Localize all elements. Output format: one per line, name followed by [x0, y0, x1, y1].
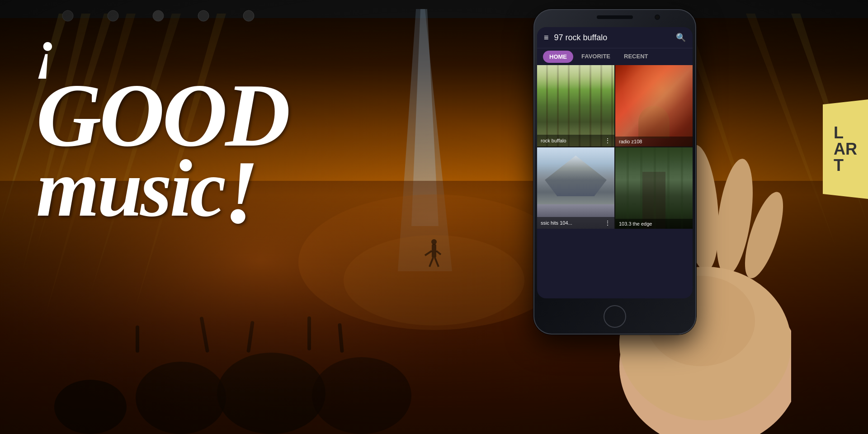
more-icon-3[interactable]: ⋮ [604, 219, 611, 226]
phone-screen: ≡ 97 rock buffalo 🔍 HOME FAVORITE RECENT [537, 27, 693, 298]
station-name-3: ssic hits 104... [541, 220, 572, 226]
search-icon[interactable]: 🔍 [676, 33, 686, 42]
more-icon-1[interactable]: ⋮ [604, 137, 611, 144]
tagline-exclamation-end: ! [224, 142, 257, 242]
station-name-1: rock buffalo [541, 138, 566, 143]
app-grid: rock buffalo ⋮ radio z108 [537, 65, 693, 229]
svg-point-32 [431, 239, 437, 245]
svg-point-22 [54, 380, 127, 434]
svg-rect-31 [432, 244, 436, 258]
grid-label-4: 103.3 the edge [615, 219, 693, 229]
svg-point-14 [298, 194, 570, 330]
svg-rect-26 [136, 326, 139, 353]
grid-item-103-edge[interactable]: 103.3 the edge [615, 147, 693, 229]
svg-rect-27 [199, 316, 209, 353]
svg-point-15 [344, 235, 524, 326]
svg-point-18 [108, 10, 118, 21]
svg-marker-12 [398, 9, 452, 271]
svg-line-36 [435, 258, 439, 267]
station-name-4: 103.3 the edge [619, 221, 652, 226]
phone-camera [655, 14, 660, 20]
svg-point-21 [243, 10, 254, 21]
svg-rect-30 [338, 323, 344, 353]
svg-marker-13 [411, 9, 439, 226]
svg-line-33 [425, 251, 432, 255]
app-title: 97 rock buffalo [554, 33, 670, 42]
tab-favorite[interactable]: FAVORITE [575, 48, 617, 65]
svg-point-19 [153, 10, 164, 21]
svg-line-35 [429, 258, 433, 267]
grid-label-2: radio z108 [615, 137, 693, 146]
grid-item-rock-buffalo[interactable]: rock buffalo ⋮ [537, 65, 614, 146]
phone-mockup: ≡ 97 rock buffalo 🔍 HOME FAVORITE RECENT [533, 9, 696, 335]
svg-line-34 [436, 251, 441, 255]
grid-label-1: rock buffalo ⋮ [537, 135, 614, 146]
station-name-2: radio z108 [619, 139, 642, 144]
svg-point-20 [198, 10, 209, 21]
svg-rect-0 [0, 0, 868, 18]
tab-recent[interactable]: RECENT [617, 48, 655, 65]
app-header: ≡ 97 rock buffalo 🔍 [537, 27, 693, 48]
sign-text: LART [834, 125, 857, 174]
svg-point-24 [217, 353, 326, 434]
grid-item-classic-hits[interactable]: ssic hits 104... ⋮ [537, 147, 614, 229]
svg-point-17 [62, 10, 73, 21]
menu-icon[interactable]: ≡ [544, 33, 549, 42]
phone-frame: ≡ 97 rock buffalo 🔍 HOME FAVORITE RECENT [533, 9, 696, 335]
grid-item-radio-z108[interactable]: radio z108 [615, 65, 693, 146]
svg-rect-28 [246, 321, 255, 353]
svg-point-25 [312, 357, 411, 434]
tagline-music: music! [36, 154, 288, 231]
app-tabs: HOME FAVORITE RECENT [537, 48, 693, 65]
tagline-container: ¡ GOOD music! [36, 23, 288, 231]
right-sign: LART [823, 99, 868, 199]
phone-speaker [597, 15, 633, 19]
phone-home-button[interactable] [604, 305, 626, 328]
svg-point-23 [136, 362, 226, 434]
grid-label-3: ssic hits 104... ⋮ [537, 217, 614, 229]
tab-home[interactable]: HOME [543, 51, 573, 63]
svg-rect-29 [307, 316, 311, 350]
